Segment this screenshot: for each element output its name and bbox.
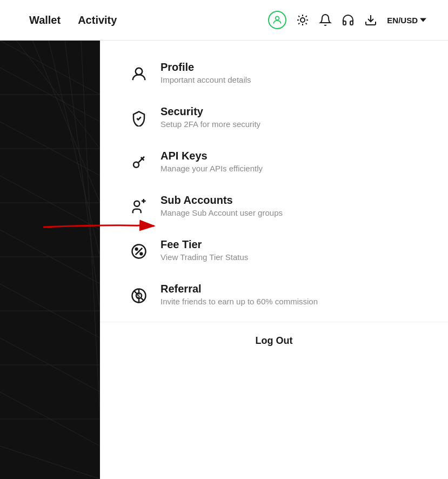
referral-text: Referral Invite friends to earn up to 60… (161, 283, 318, 306)
language-selector[interactable]: EN/USD (387, 16, 426, 25)
sub-accounts-title: Sub Accounts (161, 194, 283, 207)
menu-item-sub-accounts[interactable]: Sub Accounts Manage Sub Account user gro… (100, 184, 448, 229)
security-icon (127, 107, 151, 130)
lang-label: EN/USD (387, 16, 418, 25)
user-icon[interactable] (268, 11, 286, 29)
menu-item-security[interactable]: Security Setup 2FA for more security (100, 96, 448, 140)
menu-item-referral[interactable]: $ Referral Invite friends to earn up to … (100, 273, 448, 317)
referral-icon: $ (127, 284, 151, 308)
security-subtitle: Setup 2FA for more security (161, 119, 260, 129)
svg-line-22 (65, 41, 100, 311)
svg-line-38 (141, 157, 143, 159)
dropdown-menu: Profile Important account details Securi… (100, 41, 448, 360)
svg-point-44 (136, 248, 138, 250)
api-keys-text: API Keys Manage your APIs efficiently (161, 150, 263, 173)
nav-activity[interactable]: Activity (70, 10, 124, 31)
svg-line-20 (32, 41, 100, 203)
api-keys-icon (127, 151, 151, 175)
svg-point-1 (300, 18, 305, 22)
fee-tier-text: Fee Tier View Trading Tier Status (161, 238, 248, 262)
download-icon[interactable] (364, 14, 377, 26)
svg-line-9 (306, 16, 307, 17)
fee-tier-icon (127, 239, 151, 263)
profile-text: Profile Important account details (161, 61, 251, 84)
profile-subtitle: Important account details (161, 75, 251, 84)
nav-wallet[interactable]: Wallet (22, 10, 68, 31)
svg-line-23 (81, 41, 100, 419)
security-text: Security Setup 2FA for more security (161, 105, 260, 129)
profile-icon (127, 62, 151, 86)
svg-line-18 (0, 41, 100, 95)
header-icons: EN/USD (268, 11, 426, 29)
referral-title: Referral (161, 283, 318, 295)
svg-point-0 (276, 16, 279, 20)
logout-label: Log Out (256, 335, 293, 347)
header: Wallet Activity (0, 0, 448, 41)
menu-item-profile[interactable]: Profile Important account details (100, 51, 448, 96)
left-panel (0, 41, 100, 479)
svg-text:$: $ (137, 293, 140, 299)
svg-line-8 (299, 23, 300, 24)
svg-line-32 (0, 446, 100, 479)
svg-line-5 (306, 23, 307, 24)
logout-button[interactable]: Log Out (100, 322, 448, 360)
referral-subtitle: Invite friends to earn up to 60% commiss… (161, 297, 318, 306)
svg-point-45 (141, 253, 143, 255)
headset-icon[interactable] (342, 14, 355, 26)
api-keys-title: API Keys (161, 150, 263, 162)
api-keys-subtitle: Manage your APIs efficiently (161, 164, 263, 173)
profile-title: Profile (161, 61, 251, 74)
menu-item-fee-tier[interactable]: Fee Tier View Trading Tier Status (100, 229, 448, 273)
fee-tier-subtitle: View Trading Tier Status (161, 252, 248, 262)
svg-line-51 (141, 298, 144, 301)
svg-point-35 (133, 162, 139, 168)
fee-tier-title: Fee Tier (161, 238, 248, 251)
svg-point-34 (136, 68, 143, 75)
bell-icon[interactable] (319, 14, 332, 26)
security-title: Security (161, 105, 260, 118)
svg-point-39 (134, 201, 139, 207)
brightness-icon[interactable] (296, 14, 309, 26)
sub-accounts-icon (127, 195, 151, 219)
sub-accounts-text: Sub Accounts Manage Sub Account user gro… (161, 194, 283, 217)
menu-item-api-keys[interactable]: API Keys Manage your APIs efficiently (100, 140, 448, 184)
sub-accounts-subtitle: Manage Sub Account user groups (161, 208, 283, 217)
main-nav: Wallet Activity (22, 10, 124, 31)
svg-line-4 (299, 16, 300, 17)
